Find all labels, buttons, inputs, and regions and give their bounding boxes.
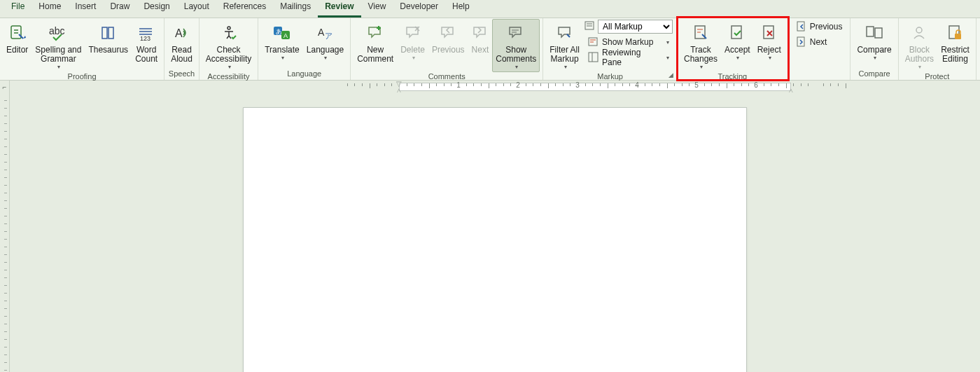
group-label-compare: Compare bbox=[850, 69, 897, 80]
chevron-down-icon: ▾ bbox=[515, 64, 518, 70]
tab-layout[interactable]: Layout bbox=[177, 0, 216, 18]
reject-label: Reject bbox=[757, 46, 781, 55]
thesaurus-button[interactable]: Thesaurus bbox=[85, 19, 132, 57]
tab-references[interactable]: References bbox=[216, 0, 273, 18]
document-area[interactable] bbox=[10, 93, 980, 372]
show-comments-icon bbox=[507, 21, 524, 45]
track-changes-icon bbox=[692, 21, 709, 45]
ruler-area: ⌐ 123456▽△△ bbox=[0, 81, 980, 93]
ribbon: Editor abc Spelling and Grammar ▾ Thesau… bbox=[0, 18, 980, 81]
svg-rect-22 bbox=[867, 27, 874, 36]
compare-button[interactable]: Compare ▾ bbox=[853, 19, 895, 63]
reviewing-pane-dropdown[interactable]: ▾ bbox=[663, 50, 673, 65]
spelling-icon: abc bbox=[48, 21, 69, 45]
chevron-down-icon: ▾ bbox=[918, 64, 921, 70]
thesaurus-icon bbox=[100, 21, 117, 45]
vertical-ruler[interactable] bbox=[0, 93, 10, 372]
chevron-down-icon: ▾ bbox=[874, 55, 876, 61]
check-accessibility-button[interactable]: Check Accessibility ▾ bbox=[202, 19, 255, 72]
group-compare: Compare ▾ Compare bbox=[850, 18, 898, 80]
previous-change-button[interactable]: Previous bbox=[792, 19, 846, 34]
horizontal-ruler[interactable]: 123456▽△△ bbox=[10, 81, 980, 92]
reviewing-pane-button[interactable]: Reviewing Pane bbox=[584, 50, 663, 65]
restrict-editing-label: Restrict Editing bbox=[941, 46, 969, 64]
filter-all-markup-button[interactable]: Filter All Markup ▾ bbox=[546, 19, 583, 72]
tab-home[interactable]: Home bbox=[31, 0, 68, 18]
tab-developer[interactable]: Developer bbox=[393, 0, 445, 18]
chevron-down-icon: ▾ bbox=[324, 55, 327, 61]
display-for-review-select[interactable]: All Markup bbox=[598, 20, 673, 34]
accessibility-icon bbox=[220, 21, 237, 45]
read-aloud-icon: A bbox=[174, 21, 190, 45]
block-authors-icon bbox=[911, 21, 927, 45]
chevron-down-icon: ▾ bbox=[564, 64, 567, 70]
svg-text:ア: ア bbox=[325, 32, 332, 40]
next-change-label: Next bbox=[810, 37, 827, 47]
chevron-down-icon: ▾ bbox=[281, 55, 284, 61]
show-markup-label: Show Markup bbox=[602, 37, 653, 47]
accept-button[interactable]: Accept ▾ bbox=[721, 19, 754, 63]
show-comments-button[interactable]: Show Comments ▾ bbox=[492, 19, 540, 72]
next-change-icon bbox=[796, 36, 807, 48]
tab-review[interactable]: Review bbox=[318, 0, 360, 18]
restrict-editing-button[interactable]: Restrict Editing bbox=[937, 19, 973, 66]
ruler-corner: ⌐ bbox=[0, 81, 10, 93]
language-button[interactable]: Aア Language ▾ bbox=[303, 19, 347, 63]
svg-point-24 bbox=[916, 27, 922, 33]
next-change-button[interactable]: Next bbox=[792, 34, 846, 50]
svg-text:A: A bbox=[284, 32, 288, 39]
read-aloud-button[interactable]: A Read Aloud bbox=[167, 19, 196, 66]
tab-help[interactable]: Help bbox=[445, 0, 477, 18]
word-count-button[interactable]: 123 Word Count bbox=[132, 19, 161, 66]
translate-icon: あA bbox=[273, 21, 291, 45]
delete-comment-icon bbox=[405, 21, 421, 45]
reject-button[interactable]: Reject ▾ bbox=[754, 19, 785, 63]
translate-button[interactable]: あA Translate ▾ bbox=[261, 19, 303, 63]
filter-markup-icon bbox=[556, 21, 573, 45]
block-authors-button: Block Authors ▾ bbox=[902, 19, 937, 72]
accept-icon bbox=[729, 21, 746, 45]
new-comment-icon bbox=[367, 21, 384, 45]
tab-mailings[interactable]: Mailings bbox=[273, 0, 318, 18]
document-page[interactable] bbox=[243, 107, 747, 372]
tab-view[interactable]: View bbox=[361, 0, 393, 18]
svg-point-6 bbox=[227, 27, 230, 29]
svg-rect-2 bbox=[102, 27, 107, 39]
compare-label: Compare bbox=[857, 46, 891, 55]
group-label-language: Language bbox=[258, 69, 350, 80]
tab-file[interactable]: File bbox=[4, 0, 31, 18]
reviewing-pane-label: Reviewing Pane bbox=[602, 48, 659, 67]
group-tracking: Track Changes ▾ Accept ▾ Reject ▾ Tracki… bbox=[678, 18, 788, 80]
svg-text:あ: あ bbox=[276, 28, 282, 35]
restrict-editing-icon bbox=[946, 21, 963, 45]
next-comment-button: Next bbox=[468, 19, 493, 57]
show-comments-label: Show Comments bbox=[496, 46, 536, 64]
previous-comment-label: Previous bbox=[432, 46, 465, 55]
tab-design[interactable]: Design bbox=[136, 0, 176, 18]
reject-icon bbox=[761, 21, 778, 45]
compare-icon bbox=[865, 21, 883, 45]
track-changes-button[interactable]: Track Changes ▾ bbox=[680, 19, 721, 72]
editor-button[interactable]: Editor bbox=[3, 19, 31, 57]
chevron-down-icon: ▾ bbox=[700, 64, 703, 70]
previous-change-label: Previous bbox=[810, 22, 843, 32]
ribbon-tabs: File Home Insert Draw Design Layout Refe… bbox=[0, 0, 980, 18]
next-comment-icon bbox=[472, 21, 489, 45]
display-markup-icon bbox=[584, 20, 596, 34]
previous-comment-icon bbox=[440, 21, 456, 45]
thesaurus-label: Thesaurus bbox=[88, 46, 128, 55]
group-changes: Previous Next bbox=[788, 18, 851, 80]
svg-text:123: 123 bbox=[140, 35, 150, 41]
tab-draw[interactable]: Draw bbox=[103, 0, 136, 18]
markup-dialog-launcher[interactable]: ◢ bbox=[668, 71, 676, 78]
new-comment-label: New Comment bbox=[357, 46, 393, 64]
new-comment-button[interactable]: New Comment bbox=[354, 19, 397, 66]
check-accessibility-label: Check Accessibility bbox=[206, 46, 251, 64]
group-label-changes bbox=[788, 69, 850, 80]
chevron-down-icon: ▾ bbox=[666, 39, 669, 46]
svg-rect-0 bbox=[11, 26, 21, 39]
tab-insert[interactable]: Insert bbox=[68, 0, 103, 18]
spelling-grammar-button[interactable]: abc Spelling and Grammar ▾ bbox=[31, 19, 85, 72]
previous-comment-button: Previous bbox=[428, 19, 468, 57]
group-proofing: Editor abc Spelling and Grammar ▾ Thesau… bbox=[0, 18, 164, 80]
